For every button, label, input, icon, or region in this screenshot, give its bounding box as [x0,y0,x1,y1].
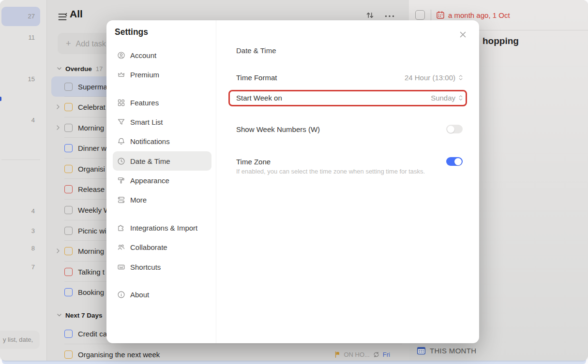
start-week-row: Start Week on Sunday [236,91,463,104]
time-zone-toggle[interactable] [446,157,463,166]
time-format-value: 24 Hour (13:00) [405,73,455,82]
shortcuts-icon [117,263,125,271]
more-icon [117,196,125,204]
time-format-select[interactable]: 24 Hour (13:00) [405,73,463,82]
date-time-icon [117,157,125,165]
week-numbers-label: Show Week Numbers (W) [236,125,320,133]
more-options-button[interactable] [385,15,394,17]
task-label: Celebrat [78,103,106,111]
settings-nav-smart-list[interactable]: Smart List [113,112,211,131]
sort-icon [366,11,374,19]
flag-icon [335,351,340,358]
repeat-icon [373,351,379,358]
premium-icon [117,71,125,79]
sidebar-count[interactable]: 11 [1,33,40,43]
expand-icon[interactable] [57,125,60,130]
settings-nav-label: Account [130,51,156,59]
task-label: Morning [78,124,104,132]
task-checkbox[interactable] [64,165,73,173]
task-checkbox[interactable] [64,227,73,235]
task-label: Dinner w [78,144,106,152]
account-icon [117,51,125,59]
search-hint-text: y list, date, [3,336,33,343]
settings-nav-appearance[interactable]: Appearance [113,171,211,190]
sidebar-count[interactable]: 3 [1,226,40,236]
edge-indicator [0,97,1,101]
settings-nav-label: More [130,196,147,204]
search-input[interactable]: y list, date, [0,331,40,349]
task-title-fragment[interactable]: hopping [482,36,519,46]
settings-nav-shortcuts[interactable]: Shortcuts [113,257,211,277]
expand-icon[interactable] [57,248,60,253]
task-checkbox[interactable] [64,185,73,193]
appearance-icon [117,176,125,185]
calendar-icon [436,11,445,19]
about-icon [117,291,125,299]
sidebar-toggle-icon[interactable] [58,13,68,21]
task-checkbox[interactable] [64,288,73,296]
settings-nav-label: About [130,291,149,299]
start-week-value: Sunday [431,94,455,102]
settings-nav-date-time[interactable]: Date & Time [113,151,211,171]
time-format-row: Time Format 24 Hour (13:00) [236,71,463,84]
sidebar-count[interactable]: 7 [1,262,40,272]
time-zone-label: Time Zone [236,158,271,166]
settings-nav-more[interactable]: More [113,190,211,209]
detail-checkbox[interactable] [415,10,425,20]
task-label: Booking [78,288,104,296]
sidebar-count[interactable]: 15 [1,74,40,84]
sidebar-count[interactable]: 8 [1,244,40,253]
chevron-down-icon [57,314,61,317]
task-checkbox[interactable] [64,124,73,132]
task-checkbox[interactable] [64,103,73,111]
sidebar-count[interactable]: 4 [1,206,40,216]
task-checkbox[interactable] [64,144,73,152]
settings-nav-about[interactable]: About [113,285,211,304]
task-label: Morning [78,247,104,255]
task-row[interactable]: Organising the next weekON HO...Fri [51,344,405,361]
divider [216,20,216,343]
close-icon [459,31,467,38]
start-week-select[interactable]: Sunday [431,94,463,102]
task-checkbox[interactable] [64,247,73,255]
task-checkbox[interactable] [64,268,73,276]
collaborate-icon [117,243,125,251]
sidebar-count[interactable]: 4 [1,116,40,125]
close-button[interactable] [457,29,468,40]
settings-nav-account[interactable]: Account [113,45,211,65]
expand-icon[interactable] [57,104,60,109]
week-numbers-toggle[interactable] [446,125,463,133]
footer-label: THIS MONTH [430,347,476,355]
settings-nav-label: Notifications [130,137,170,146]
task-meta: ON HO...Fri [335,351,405,358]
integrations-icon [117,224,125,232]
task-checkbox[interactable] [64,330,73,338]
task-label: Release T [78,185,111,193]
settings-nav-features[interactable]: Features [113,93,211,112]
counts-sidebar: 27111544387 y list, date, [0,0,47,361]
updown-chevron-icon [459,74,463,81]
due-date[interactable]: a month ago, 1 Oct [448,11,510,19]
task-checkbox[interactable] [64,83,73,91]
ellipsis-icon [385,15,394,17]
status-tag: ON HO... [344,351,369,358]
section-label: Next 7 Days [65,312,103,319]
settings-dialog: Settings AccountPremiumFeaturesSmart Lis… [106,20,479,343]
toggle-knob [447,126,454,133]
task-label: Talking t [78,268,105,276]
settings-nav-premium[interactable]: Premium [113,65,211,84]
task-label: Picnic wi [78,227,106,235]
task-checkbox[interactable] [64,350,73,359]
time-zone-description: If enabled, you can select the time zone… [236,168,463,175]
start-week-label: Start Week on [236,94,282,102]
sort-button[interactable] [366,11,374,19]
settings-nav-notifications[interactable]: Notifications [113,131,211,151]
sidebar-count[interactable]: 27 [1,7,40,26]
settings-nav-collaborate[interactable]: Collaborate [113,237,211,257]
detail-footer[interactable]: THIS MONTH [417,346,476,355]
task-checkbox[interactable] [64,206,73,214]
settings-nav-integrations-import[interactable]: Integrations & Import [113,218,211,237]
settings-nav-label: Integrations & Import [130,224,197,232]
plus-icon: + [66,39,71,48]
page-title: All [70,8,83,20]
